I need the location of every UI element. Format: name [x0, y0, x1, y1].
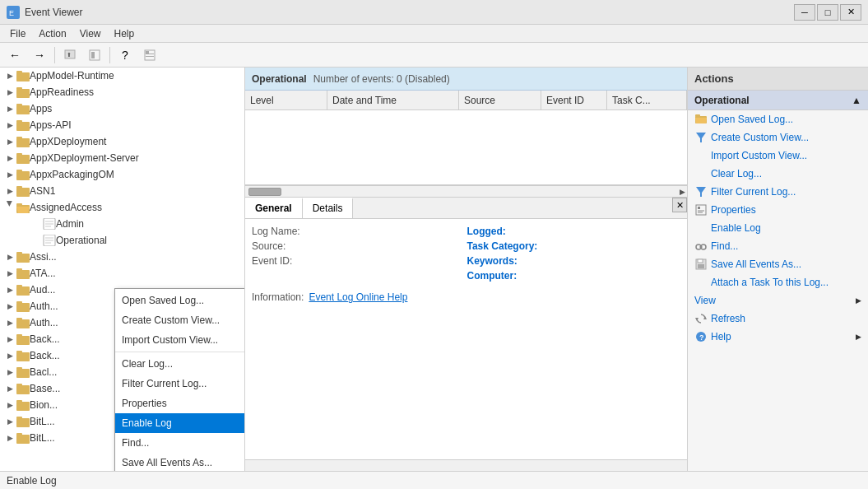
scrollbar-thumb-h	[248, 188, 281, 196]
properties-toolbar-button[interactable]	[138, 45, 161, 65]
ctx-open-saved-log[interactable]: Open Saved Log...	[115, 291, 245, 310]
action-import-custom-view[interactable]: Import Custom View...	[688, 147, 868, 165]
show-hide-button[interactable]	[83, 45, 106, 65]
action-attach-task[interactable]: Attach a Task To this Log...	[688, 273, 868, 291]
forward-button[interactable]: →	[28, 45, 51, 65]
tree-arrow: ▶	[3, 121, 16, 129]
ctx-enable-log[interactable]: Enable Log	[115, 413, 245, 433]
folder-icon	[16, 284, 30, 296]
tree-item-appxpackaging[interactable]: ▶ AppxPackagingOM	[0, 166, 244, 183]
svg-rect-55	[16, 402, 30, 411]
ctx-properties[interactable]: Properties	[115, 394, 245, 413]
tree-label: BitL...	[30, 416, 55, 427]
tree-label: AppxPackagingOM	[30, 169, 114, 180]
tree-item-appmodel[interactable]: ▶ AppModel-Runtime	[0, 68, 244, 84]
ctx-create-custom-view[interactable]: Create Custom View...	[115, 310, 245, 330]
action-open-saved-log[interactable]: Open Saved Log...	[688, 110, 868, 128]
action-properties-label: Properties	[711, 204, 756, 216]
svg-rect-21	[16, 153, 22, 156]
actions-section-label: Operational	[694, 95, 750, 106]
event-list-body[interactable]	[245, 110, 687, 185]
col-source[interactable]: Source	[459, 91, 541, 109]
minimize-button[interactable]: ─	[794, 4, 815, 21]
action-filter-label: Filter Current Log...	[711, 186, 796, 198]
window-title: Event Viewer	[25, 7, 82, 18]
folder-icon	[16, 185, 30, 197]
scroll-right-arrow[interactable]: ▶	[680, 188, 685, 196]
actions-panel: Actions Operational ▲ Open Saved Log... …	[687, 68, 868, 471]
ctx-separator-1	[115, 352, 245, 352]
tab-details[interactable]: Details	[303, 198, 354, 218]
svg-rect-25	[16, 186, 22, 189]
tree-item-ata[interactable]: ▶ ATA...	[0, 265, 244, 282]
folder-icon	[16, 103, 30, 114]
detail-scrollbar[interactable]	[245, 459, 687, 471]
tree-arrow: ▶	[3, 88, 16, 96]
sidebar[interactable]: ▶ AppModel-Runtime ▶ AppReadiness ▶ Apps…	[0, 68, 245, 471]
close-button[interactable]: ✕	[840, 4, 861, 21]
actions-section-operational[interactable]: Operational ▲	[688, 91, 868, 110]
horizontal-scrollbar[interactable]: ▶	[245, 185, 687, 197]
ctx-filter-current-log[interactable]: Filter Current Log...	[115, 374, 245, 394]
ctx-clear-log[interactable]: Clear Log...	[115, 354, 245, 374]
tree-item-appxdeployment[interactable]: ▶ AppXDeployment	[0, 133, 244, 150]
menu-help[interactable]: Help	[108, 26, 142, 41]
window-controls[interactable]: ─ □ ✕	[794, 4, 861, 21]
help-toolbar-button[interactable]: ?	[114, 45, 137, 65]
tree-item-assi[interactable]: ▶ Assi...	[0, 249, 244, 265]
title-bar: E Event Viewer ─ □ ✕	[0, 0, 868, 25]
restore-button[interactable]: □	[817, 4, 838, 21]
tree-arrow: ▶	[3, 417, 16, 426]
col-level[interactable]: Level	[245, 91, 327, 109]
task-icon	[694, 276, 708, 289]
tree-item-apps-api[interactable]: ▶ Apps-API	[0, 117, 244, 133]
svg-rect-60	[16, 433, 22, 435]
col-taskcat[interactable]: Task C...	[607, 91, 687, 109]
tree-label: Bion...	[30, 399, 58, 411]
detail-close-button[interactable]: ✕	[672, 198, 687, 212]
action-properties[interactable]: Properties	[688, 201, 868, 219]
detail-tabs: General Details	[245, 198, 687, 219]
col-datetime[interactable]: Date and Time	[327, 91, 459, 109]
action-save-label: Save All Events As...	[711, 258, 801, 270]
log-icon	[43, 218, 56, 230]
action-save-all-events[interactable]: Save All Events As...	[688, 255, 868, 273]
detail-source: Source:	[252, 240, 466, 252]
ctx-find[interactable]: Find...	[115, 433, 245, 453]
tree-item-apps[interactable]: ▶ Apps	[0, 100, 244, 117]
back-button[interactable]: ←	[3, 45, 26, 65]
context-menu: Open Saved Log... Create Custom View... …	[114, 288, 245, 471]
action-clear-log[interactable]: Clear Log...	[688, 165, 868, 183]
tree-item-admin[interactable]: ▶ Admin	[0, 216, 244, 232]
ctx-import-custom-view[interactable]: Import Custom View...	[115, 330, 245, 350]
action-view[interactable]: View ▶	[688, 291, 868, 310]
action-create-custom-view[interactable]: Create Custom View...	[688, 128, 868, 147]
tree-item-appxdeployment-server[interactable]: ▶ AppXDeployment-Server	[0, 150, 244, 166]
action-filter-current[interactable]: Filter Current Log...	[688, 183, 868, 201]
up-button[interactable]: ⬆	[58, 45, 81, 65]
action-clear-label: Clear Log...	[711, 168, 762, 179]
svg-rect-10	[16, 72, 30, 82]
ctx-save-all-events[interactable]: Save All Events As...	[115, 453, 245, 471]
col-eventid[interactable]: Event ID	[541, 91, 607, 109]
svg-marker-65	[696, 187, 706, 197]
actions-title: Actions	[688, 68, 868, 91]
action-help[interactable]: ? Help ▶	[688, 328, 868, 346]
action-find[interactable]: Find...	[688, 237, 868, 255]
tree-item-asn1[interactable]: ▶ ASN1	[0, 183, 244, 199]
menu-view[interactable]: View	[73, 26, 108, 41]
action-refresh[interactable]: Refresh	[688, 310, 868, 328]
action-enable-log[interactable]: Enable Log	[688, 219, 868, 237]
tree-label: AppModel-Runtime	[30, 70, 114, 82]
tab-general[interactable]: General	[245, 198, 303, 218]
event-log-help-link[interactable]: Event Log Online Help	[309, 291, 407, 303]
tree-arrow: ▶	[3, 154, 16, 162]
tree-item-operational[interactable]: ▶ Operational	[0, 232, 244, 249]
menu-action[interactable]: Action	[32, 26, 72, 41]
tree-label: Bacl...	[30, 366, 57, 378]
folder-icon	[16, 333, 30, 345]
tree-item-assignedaccess[interactable]: ▶ AssignedAccess	[0, 199, 244, 216]
menu-file[interactable]: File	[3, 26, 32, 41]
refresh-icon	[694, 312, 708, 325]
tree-item-appreadiness[interactable]: ▶ AppReadiness	[0, 84, 244, 100]
